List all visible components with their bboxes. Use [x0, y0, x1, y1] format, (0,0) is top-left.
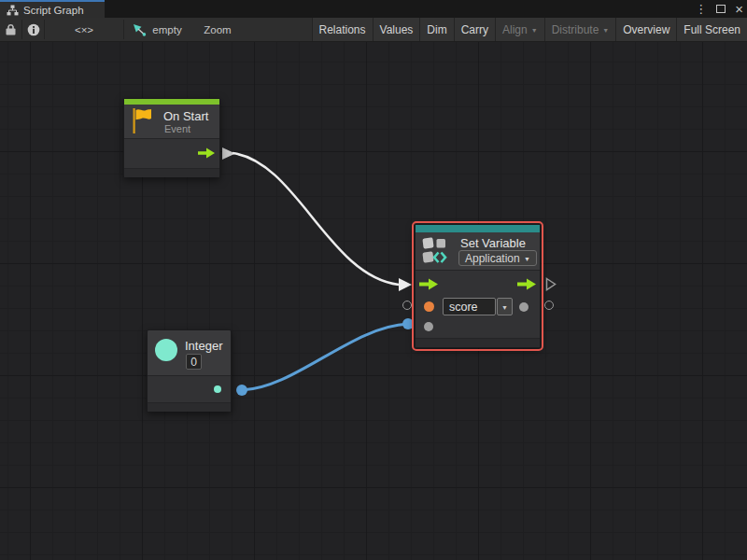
chevron-down-icon: ▼ [501, 303, 508, 311]
flow-output-marker[interactable] [222, 147, 235, 160]
variable-stripe [416, 225, 540, 232]
dim-button[interactable]: Dim [419, 18, 453, 41]
node-subtitle: Event [164, 123, 190, 134]
button-label: Distribute [552, 23, 599, 36]
value-input-port[interactable] [424, 322, 433, 331]
variables-icon [422, 236, 447, 265]
tab-label: Script Graph [23, 5, 84, 16]
button-label: Overview [623, 23, 669, 36]
value-wire[interactable] [242, 324, 408, 390]
set-variable-header: Set Variable Application ▼ [416, 232, 540, 270]
integer-footer [148, 402, 231, 412]
value-output-marker[interactable] [544, 301, 554, 310]
toolbar-button-group: Relations Values Dim Carry Align ▼ Distr… [312, 18, 747, 41]
button-label: Full Screen [684, 23, 740, 36]
integer-value: 0 [190, 356, 197, 369]
on-start-header: On Start Event [124, 105, 219, 138]
graph-status-label: empty [152, 24, 181, 35]
integer-value-field[interactable]: 0 [186, 354, 202, 370]
flow-wire-arrowhead [399, 278, 412, 291]
connection-wires [0, 42, 747, 560]
zoom-label: Zoom [204, 24, 231, 35]
variable-scope-dropdown[interactable]: Application ▼ [458, 250, 537, 266]
integer-node[interactable]: Integer 0 [147, 329, 232, 412]
integer-output-port[interactable] [214, 385, 221, 393]
maximize-icon[interactable] [716, 5, 726, 13]
on-start-node[interactable]: On Start Event [123, 98, 220, 177]
flow-continuation-marker[interactable] [545, 277, 557, 291]
flow-wire[interactable] [233, 153, 399, 285]
chevron-down-icon: ▼ [602, 26, 609, 34]
script-graph-window: Script Graph ⋮ × [0, 0, 747, 560]
values-button[interactable]: Values [373, 18, 420, 41]
node-title: On Start [163, 109, 208, 123]
lock-icon [6, 23, 16, 35]
on-start-body [124, 138, 219, 168]
graph-pointer-indicator: empty [129, 18, 185, 41]
align-button[interactable]: Align ▼ [495, 18, 544, 41]
distribute-button[interactable]: Distribute ▼ [544, 18, 616, 41]
chevron-down-icon: ▼ [531, 26, 538, 34]
variable-name-port[interactable] [424, 301, 434, 312]
button-label: Dim [427, 23, 446, 36]
window-controls: ⋮ × [695, 0, 743, 18]
node-title: Integer [185, 339, 222, 353]
lock-button[interactable] [0, 18, 21, 41]
chevron-down-icon: ▼ [524, 255, 530, 262]
tab-script-graph[interactable]: Script Graph [0, 0, 105, 18]
button-label: Carry [461, 23, 488, 36]
set-variable-node[interactable]: Set Variable Application ▼ [415, 224, 541, 348]
info-icon [27, 23, 40, 36]
carry-button[interactable]: Carry [454, 18, 495, 41]
angle-multiply-icon: <×> [75, 24, 93, 35]
integer-header: Integer 0 [148, 330, 231, 375]
integer-icon [155, 339, 177, 361]
graph-hierarchy-icon [7, 5, 19, 16]
value-wire-end-dot[interactable] [402, 318, 414, 329]
graph-pointer-icon [132, 22, 147, 37]
title-bar: Script Graph ⋮ × [0, 0, 747, 18]
flow-output-port[interactable] [198, 147, 215, 159]
graph-canvas[interactable]: On Start Event [0, 42, 747, 560]
set-variable-footer [416, 338, 540, 347]
button-label: Relations [319, 23, 366, 36]
node-title: Set Variable [460, 236, 526, 250]
close-icon[interactable]: × [735, 0, 743, 18]
value-wire-start-dot[interactable] [236, 385, 247, 396]
toolbar-divider [123, 20, 124, 39]
graph-toolbar: <×> empty Zoom 1x Relations [0, 18, 747, 42]
flow-output-port[interactable] [517, 278, 536, 290]
scope-value: Application [465, 252, 520, 265]
set-variable-body: score ▼ [416, 270, 540, 338]
zoom-reset-button[interactable]: <×> [45, 18, 123, 41]
window-menu-icon[interactable]: ⋮ [695, 0, 707, 18]
variable-name-value: score [449, 301, 478, 314]
overview-button[interactable]: Overview [615, 18, 676, 41]
variable-name-input-marker[interactable] [402, 301, 412, 310]
button-label: Align [502, 23, 528, 36]
flag-icon [132, 107, 153, 134]
button-label: Values [380, 23, 414, 36]
variable-name-field[interactable]: score [443, 298, 496, 315]
integer-body [148, 375, 231, 402]
zoom-label-cell: Zoom [202, 18, 233, 41]
info-button[interactable] [22, 18, 44, 41]
flow-input-port[interactable] [419, 278, 438, 290]
fullscreen-button[interactable]: Full Screen [676, 18, 747, 41]
variable-name-dropdown-button[interactable]: ▼ [497, 298, 513, 315]
value-output-port[interactable] [519, 302, 529, 312]
relations-button[interactable]: Relations [312, 18, 373, 41]
on-start-footer [124, 168, 219, 177]
